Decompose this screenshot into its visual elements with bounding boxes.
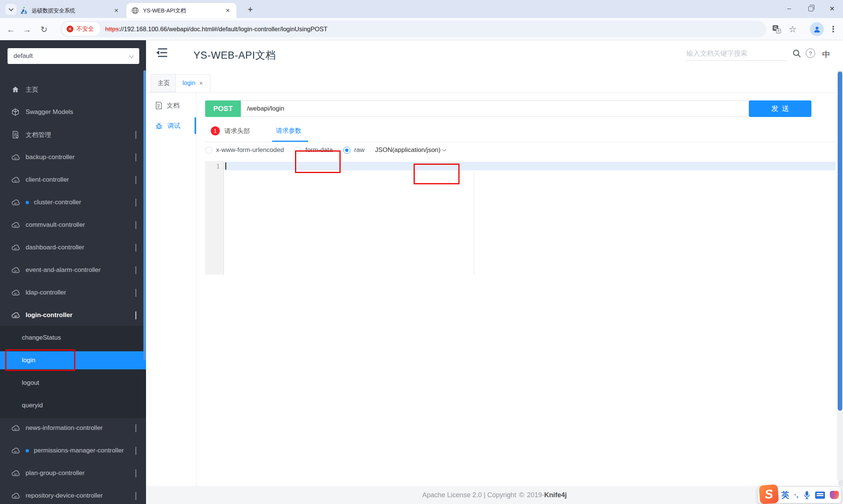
sidebar-item-plan-group-controller[interactable]: api plan-group-controller [0,464,146,482]
window-minimize-button[interactable] [779,0,799,17]
menu-fold-icon[interactable] [155,47,168,58]
back-button[interactable]: ← [5,23,17,36]
profile-avatar[interactable] [810,22,824,36]
browser-tab-apidoc[interactable]: YS-WEB-API文档 [126,3,236,18]
tab-close-icon[interactable] [224,6,232,15]
radio-urlencoded[interactable] [205,147,212,154]
content-type-label: JSON(application/json) [375,146,441,154]
sidebar-item-home[interactable]: 主页 [0,80,146,99]
url-scheme: https [105,26,119,32]
ime-punct-toggle[interactable]: ·, [794,491,799,499]
sidebar-item-client-controller[interactable]: api client-controller [0,171,146,189]
editor-divider [474,171,474,275]
search-input[interactable] [686,47,787,61]
language-glyph: 中 [822,50,830,59]
globe-icon [131,6,139,15]
sidebar-item-label: login-controller [26,311,73,319]
keyboard-icon[interactable] [815,492,825,499]
reload-button[interactable]: ↻ [38,23,50,36]
radio-raw[interactable] [343,147,350,154]
radio-label[interactable]: x-www-form-urlencoded [216,146,284,154]
sidebar-item-label: login [22,357,35,364]
browser-tab-title: YS-WEB-API文档 [143,7,224,14]
sidebar-item-label: logout [22,379,39,387]
body-editor[interactable]: 1 [205,161,836,275]
chevron-down-icon [135,469,136,477]
address-bar[interactable]: 不安全 https://192.168.100.66/webapi/doc.ht… [60,21,766,37]
debug-view-item[interactable]: 调试 [146,116,196,135]
page-scrollbar-thumb[interactable] [838,71,842,411]
skin-icon[interactable] [830,491,839,499]
request-path-field[interactable]: /webapi/login [241,100,749,117]
sidebar-item-changestatus[interactable]: changeStatus [0,329,146,347]
send-button[interactable]: 发送 [749,100,811,117]
search-icon[interactable] [792,49,802,58]
active-tab-inkbar [272,141,308,142]
doc-view-item[interactable]: 文档 [146,96,196,115]
sidebar-item-queryid[interactable]: queryid [0,396,146,414]
tab-request-headers[interactable]: 1 请求头部 [211,126,250,135]
tab-label: 主页 [158,79,170,87]
sidebar-item-repository-device-controller[interactable]: api repository-device-controller [0,487,146,504]
radio-formdata[interactable] [294,147,301,154]
sidebar-item-label: cluster-controller [34,199,81,206]
window-restore-button[interactable] [801,0,820,17]
sidebar-item-news-information-controller[interactable]: api news-information-controller [0,419,146,437]
person-icon [813,25,821,33]
sogou-logo-icon[interactable]: S [759,484,779,504]
window-close-button[interactable] [822,0,842,17]
cloud-api-icon: api [11,176,20,184]
new-tab-button[interactable] [245,4,256,15]
home-icon [11,85,20,94]
bug-icon [155,122,163,130]
ys-logo-icon [20,6,28,15]
browser-tab-yssys[interactable]: 远硕数据安全系统 [15,3,125,18]
sidebar-scrollbar-thumb[interactable] [143,70,146,360]
modified-dot [26,449,29,452]
cloud-api-icon: api [11,469,20,477]
editor-gutter: 1 [205,161,224,275]
tab-close-icon[interactable] [199,80,203,86]
tab-home[interactable]: 主页 [151,74,177,92]
sidebar-item-commvault-controller[interactable]: api commvault-controller [0,216,146,234]
security-chip[interactable]: 不安全 [62,22,100,36]
tab-request-params[interactable]: 请求参数 [276,126,301,135]
chevron-down-icon [443,148,446,152]
tab-close-icon[interactable] [112,6,120,15]
sidebar-item-login-controller[interactable]: api login-controller [0,306,146,324]
translate-icon[interactable]: G文 [770,23,784,36]
svg-text:api: api [14,157,17,159]
sidebar-item-swagger-models[interactable]: Swagger Models [0,103,146,121]
tab-login[interactable]: login [175,74,210,92]
sidebar-item-cluster-controller[interactable]: api cluster-controller [0,193,146,211]
cloud-api-icon: api [11,266,20,274]
sidebar-item-doc-manage[interactable]: 文档管理 [0,126,146,144]
browser-menu-icon[interactable] [826,23,840,36]
language-toggle[interactable]: 中 [822,49,830,60]
bookmark-star-icon[interactable] [786,23,799,36]
help-glyph: ? [809,50,812,56]
forward-button[interactable]: → [21,23,33,36]
security-label: 不安全 [76,25,94,33]
browser-tab-title: 远硕数据安全系统 [32,7,112,14]
sidebar-item-login[interactable]: login [0,351,146,369]
sidebar-item-permissions-manager-controller[interactable]: api permissions-manager-controller [0,442,146,460]
radio-label[interactable]: raw [354,146,364,154]
page-tabstrip: 主页 login [146,73,843,93]
cube-icon [11,108,20,116]
sidebar-item-event-and-alarm-controller[interactable]: api event-and-alarm-controller [0,261,146,279]
editor-active-line [224,162,835,170]
sidebar-item-backup-controller[interactable]: api backup-controller [0,148,146,166]
radio-label[interactable]: form-data [305,146,333,154]
sidebar-item-logout[interactable]: logout [0,374,146,392]
ime-lang-toggle[interactable]: 英 [781,490,789,500]
sidebar-item-dashboard-controller[interactable]: api dashboard-controller [0,238,146,257]
chevron-down-icon [135,221,136,229]
microphone-icon[interactable] [803,491,810,499]
content-type-select[interactable]: JSON(application/json) [375,146,446,154]
group-select[interactable]: default [8,48,139,64]
help-icon[interactable]: ? [806,49,815,58]
sidebar-item-ldap-controller[interactable]: api ldap-controller [0,284,146,302]
chevron-down-icon [135,176,136,184]
sidebar-item-label: commvault-controller [26,221,85,229]
